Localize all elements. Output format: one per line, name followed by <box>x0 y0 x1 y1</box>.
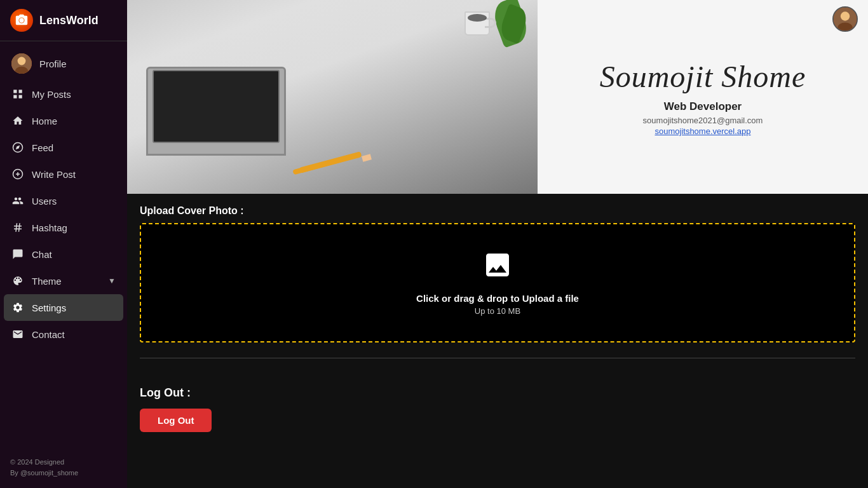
sidebar-item-label-my-posts: My Posts <box>32 89 71 100</box>
contact-icon <box>11 328 24 341</box>
sidebar-item-contact[interactable]: Contact <box>0 321 127 348</box>
logout-label: Log Out : <box>140 386 855 400</box>
sidebar: LensWorld Profile My Posts <box>0 0 127 488</box>
gear-icon <box>11 301 24 314</box>
sidebar-item-write-post[interactable]: Write Post <box>0 161 127 187</box>
footer-designer: By @soumojit_shome <box>10 468 117 479</box>
main-content: Soumojit Shome Web Developer soumojitsho… <box>127 0 868 488</box>
upload-main-text: Click or drag & drop to Upload a file <box>416 293 579 304</box>
sidebar-item-label-contact: Contact <box>32 329 65 340</box>
cover-photo-left <box>127 0 538 194</box>
sidebar-item-label-profile: Profile <box>39 58 67 69</box>
sidebar-item-label-write-post: Write Post <box>32 169 76 180</box>
cover-photo-section: Soumojit Shome Web Developer soumojitsho… <box>127 0 868 194</box>
cover-website: soumojitshome.vercel.app <box>654 126 750 136</box>
top-right-avatar[interactable] <box>832 6 858 32</box>
sidebar-item-chat[interactable]: Chat <box>0 241 127 268</box>
sidebar-nav: Profile My Posts Home <box>0 41 127 448</box>
sidebar-item-label-users: Users <box>32 196 57 207</box>
settings-divider <box>140 358 855 358</box>
home-icon <box>11 114 24 127</box>
svg-point-1 <box>841 11 850 20</box>
svg-point-3 <box>19 18 24 22</box>
upload-dropzone[interactable]: Click or drag & drop to Upload a file Up… <box>140 223 855 342</box>
palette-icon <box>11 274 24 287</box>
sidebar-item-home[interactable]: Home <box>0 107 127 134</box>
hash-icon <box>11 221 24 234</box>
logout-button[interactable]: Log Out <box>140 409 212 432</box>
settings-content: Upload Cover Photo : Click or drag & dro… <box>127 194 868 386</box>
plus-circle-icon <box>11 168 24 180</box>
sidebar-item-my-posts[interactable]: My Posts <box>0 81 127 107</box>
compass-icon <box>11 141 24 154</box>
sidebar-header: LensWorld <box>0 0 127 41</box>
sidebar-item-label-feed: Feed <box>32 142 53 153</box>
users-icon <box>11 194 24 207</box>
cover-signature-name: Soumojit Shome <box>600 58 806 94</box>
upload-image-icon <box>480 250 515 283</box>
logo-icon <box>10 9 33 32</box>
sidebar-footer: © 2024 Designed By @soumojit_shome <box>0 448 127 488</box>
profile-avatar <box>11 53 32 74</box>
footer-copyright: © 2024 Designed <box>10 457 117 468</box>
sidebar-item-label-theme: Theme <box>32 276 62 287</box>
sidebar-item-hashtag[interactable]: Hashtag <box>0 214 127 241</box>
sidebar-item-label-hashtag: Hashtag <box>32 222 67 233</box>
cover-photo-right: Soumojit Shome Web Developer soumojitsho… <box>538 0 868 194</box>
sidebar-item-feed[interactable]: Feed <box>0 134 127 161</box>
app-title: LensWorld <box>39 14 98 27</box>
cover-email: soumojitshome2021@gmail.com <box>643 116 763 125</box>
grid-icon <box>11 88 24 100</box>
cover-photo-image: Soumojit Shome Web Developer soumojitsho… <box>127 0 868 194</box>
upload-section-label: Upload Cover Photo : <box>140 205 855 217</box>
logout-section: Log Out : Log Out <box>127 386 868 432</box>
svg-line-14 <box>19 223 20 232</box>
sidebar-item-settings[interactable]: Settings <box>4 294 123 321</box>
cover-job-title: Web Developer <box>664 100 742 113</box>
sidebar-item-users[interactable]: Users <box>0 187 127 214</box>
sidebar-item-theme[interactable]: Theme ▼ <box>0 268 127 294</box>
svg-point-5 <box>18 57 26 65</box>
sidebar-item-label-chat: Chat <box>32 249 52 260</box>
sidebar-item-label-home: Home <box>32 116 57 126</box>
upload-sub-text: Up to 10 MB <box>475 306 520 316</box>
theme-chevron-icon: ▼ <box>108 276 116 285</box>
chat-icon <box>11 248 24 261</box>
sidebar-item-profile[interactable]: Profile <box>0 46 127 81</box>
svg-line-13 <box>16 223 17 232</box>
sidebar-item-label-settings: Settings <box>32 302 66 313</box>
